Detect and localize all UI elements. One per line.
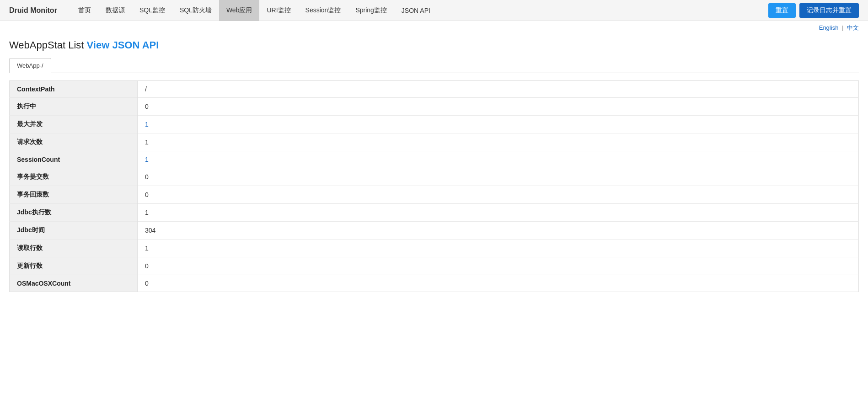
table-row: SessionCount1	[10, 151, 859, 168]
row-value: 1	[138, 204, 859, 222]
nav-link-web-app[interactable]: Web应用	[219, 0, 260, 21]
data-table: ContextPath/执行中0最大并发1请求次数1SessionCount1事…	[9, 80, 859, 292]
page-content: WebAppStat List View JSON API WebApp-/ C…	[0, 35, 868, 301]
row-value: 1	[138, 151, 859, 168]
row-label: 执行中	[10, 98, 138, 116]
table-row: 事务回滚数0	[10, 186, 859, 204]
row-label: 事务提交数	[10, 168, 138, 186]
log-reset-button[interactable]: 记录日志并重置	[799, 3, 859, 18]
row-label: Jdbc执行数	[10, 204, 138, 222]
row-label: OSMacOSXCount	[10, 275, 138, 292]
row-value: 1	[138, 239, 859, 257]
row-value: /	[138, 81, 859, 98]
view-json-api-link[interactable]: View JSON API	[87, 39, 159, 51]
lang-sep: |	[842, 24, 843, 31]
table-row: 执行中0	[10, 98, 859, 116]
row-label: Jdbc时间	[10, 222, 138, 239]
tab-bar: WebApp-/	[9, 58, 859, 73]
row-label: SessionCount	[10, 151, 138, 168]
table-row: 请求次数1	[10, 133, 859, 151]
nav-link-sql-monitor[interactable]: SQL监控	[132, 0, 172, 21]
row-value: 0	[138, 186, 859, 204]
nav-link-sql-firewall[interactable]: SQL防火墙	[172, 0, 219, 21]
row-label: 请求次数	[10, 133, 138, 151]
nav-link-uri-monitor[interactable]: URI监控	[259, 0, 298, 21]
nav-link-spring-monitor[interactable]: Spring监控	[348, 0, 394, 21]
tab-webapp-root[interactable]: WebApp-/	[9, 58, 51, 73]
nav-link-session-monitor[interactable]: Session监控	[298, 0, 348, 21]
table-row: 最大并发1	[10, 116, 859, 133]
lang-bar: English | 中文	[0, 21, 868, 35]
row-value: 1	[138, 116, 859, 133]
row-value: 304	[138, 222, 859, 239]
table-row: Jdbc时间304	[10, 222, 859, 239]
row-label: 事务回滚数	[10, 186, 138, 204]
navbar: Druid Monitor 首页 数据源 SQL监控 SQL防火墙 Web应用 …	[0, 0, 868, 21]
row-value: 1	[138, 133, 859, 151]
row-value: 0	[138, 257, 859, 275]
nav-links: 首页 数据源 SQL监控 SQL防火墙 Web应用 URI监控 Session监…	[71, 0, 768, 21]
nav-link-json-api[interactable]: JSON API	[394, 0, 438, 21]
nav-link-home[interactable]: 首页	[71, 0, 98, 21]
row-value: 0	[138, 168, 859, 186]
lang-english[interactable]: English	[819, 24, 839, 31]
page-title-static: WebAppStat List	[9, 39, 84, 51]
row-label: 更新行数	[10, 257, 138, 275]
row-value: 0	[138, 275, 859, 292]
row-value: 0	[138, 98, 859, 116]
table-row: Jdbc执行数1	[10, 204, 859, 222]
row-label: 读取行数	[10, 239, 138, 257]
nav-actions: 重置 记录日志并重置	[768, 3, 859, 18]
reset-button[interactable]: 重置	[768, 3, 796, 18]
table-row: 读取行数1	[10, 239, 859, 257]
row-label: 最大并发	[10, 116, 138, 133]
lang-chinese[interactable]: 中文	[847, 24, 859, 31]
row-label: ContextPath	[10, 81, 138, 98]
table-row: OSMacOSXCount0	[10, 275, 859, 292]
table-row: 更新行数0	[10, 257, 859, 275]
nav-link-datasource[interactable]: 数据源	[98, 0, 132, 21]
nav-brand: Druid Monitor	[9, 6, 57, 15]
table-row: 事务提交数0	[10, 168, 859, 186]
page-title: WebAppStat List View JSON API	[9, 39, 859, 51]
table-row: ContextPath/	[10, 81, 859, 98]
